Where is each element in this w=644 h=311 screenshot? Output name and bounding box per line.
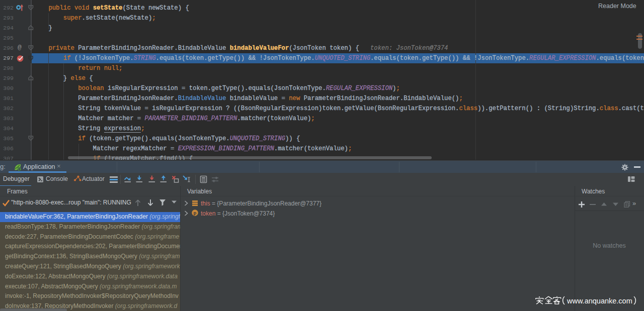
svg-text:www.anquanke.com: www.anquanke.com [567, 297, 632, 305]
svg-text:p: p [194, 210, 197, 216]
